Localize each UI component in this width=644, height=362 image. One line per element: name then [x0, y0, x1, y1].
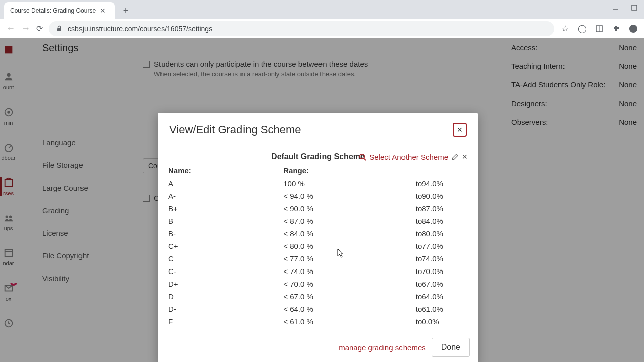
- grade-from: < 67.0 %: [283, 290, 375, 303]
- grade-row: C- < 74.0 % to 70.0%: [168, 265, 468, 278]
- svg-point-17: [360, 154, 364, 158]
- search-icon: [359, 153, 366, 161]
- grade-from: < 80.0 %: [283, 240, 375, 252]
- window-controls: [612, 4, 638, 11]
- url-input[interactable]: csbsju.instructure.com/courses/16057/set…: [49, 21, 554, 36]
- tab-strip: Course Details: Grading Course ✕ +: [0, 0, 644, 19]
- bookmark-icon[interactable]: [595, 24, 604, 33]
- grade-low: 70.0%: [422, 265, 468, 278]
- grade-from: < 70.0 %: [283, 278, 375, 290]
- grade-low: 87.0%: [422, 202, 468, 215]
- grade-to-word: to: [376, 227, 422, 240]
- grade-to-word: to: [376, 202, 422, 215]
- grade-low: 94.0%: [422, 177, 468, 190]
- grade-from: < 61.0 %: [283, 315, 375, 328]
- grade-to-word: to: [376, 278, 422, 290]
- grade-to-word: to: [376, 315, 422, 328]
- forward-icon: →: [21, 23, 30, 34]
- grade-row: D < 67.0 % to 64.0%: [168, 290, 468, 303]
- grade-name: B-: [168, 227, 283, 240]
- range-header: Range:: [283, 164, 375, 177]
- grade-low: 67.0%: [422, 278, 468, 290]
- grade-row: C+ < 80.0 % to 77.0%: [168, 240, 468, 252]
- grade-from: 100 %: [283, 177, 375, 190]
- grade-low: 77.0%: [422, 240, 468, 252]
- grade-from: < 64.0 %: [283, 303, 375, 315]
- lock-icon: [56, 25, 63, 32]
- reload-icon[interactable]: ⟳: [36, 24, 43, 33]
- modal-close-button[interactable]: ✕: [453, 123, 467, 137]
- grade-name: D: [168, 290, 283, 303]
- grade-name: C-: [168, 265, 283, 278]
- grade-to-word: to: [376, 177, 422, 190]
- extensions-icon[interactable]: [612, 24, 621, 33]
- grade-name: D+: [168, 278, 283, 290]
- grade-row: B+ < 90.0 % to 87.0%: [168, 202, 468, 215]
- svg-rect-1: [632, 5, 637, 10]
- select-another-scheme-link[interactable]: Select Another Scheme: [359, 153, 448, 161]
- grade-from: < 84.0 %: [283, 227, 375, 240]
- circle-icon[interactable]: ◯: [578, 24, 587, 33]
- edit-icon[interactable]: [451, 153, 459, 161]
- grade-to-word: to: [376, 265, 422, 278]
- grade-from: < 74.0 %: [283, 265, 375, 278]
- new-tab-button[interactable]: +: [119, 4, 133, 18]
- grade-low: 61.0%: [422, 303, 468, 315]
- tab-title: Course Details: Grading Course: [10, 7, 96, 14]
- grade-row: A 100 % to 94.0%: [168, 177, 468, 190]
- maximize-icon[interactable]: [631, 4, 638, 11]
- grade-row: B- < 84.0 % to 80.0%: [168, 227, 468, 240]
- grade-row: A- < 94.0 % to 90.0%: [168, 190, 468, 202]
- grade-low: 64.0%: [422, 290, 468, 303]
- clear-icon[interactable]: ✕: [462, 153, 468, 161]
- name-header: Name:: [168, 164, 283, 177]
- grade-name: B: [168, 215, 283, 227]
- done-button[interactable]: Done: [432, 338, 470, 357]
- grade-low: 90.0%: [422, 190, 468, 202]
- grading-scheme-modal: View/Edit Grading Scheme ✕ Default Gradi…: [158, 113, 478, 362]
- grade-low: 84.0%: [422, 215, 468, 227]
- minimize-icon[interactable]: [612, 4, 619, 11]
- address-bar: ← → ⟳ csbsju.instructure.com/courses/160…: [0, 19, 644, 38]
- grade-row: C < 77.0 % to 74.0%: [168, 252, 468, 265]
- grade-name: A: [168, 177, 283, 190]
- grade-to-word: to: [376, 290, 422, 303]
- grading-table: Name: Range: A 100 % to 94.0% A- < 94.0 …: [168, 164, 468, 328]
- browser-tab[interactable]: Course Details: Grading Course ✕: [4, 2, 115, 19]
- grade-row: B < 87.0 % to 84.0%: [168, 215, 468, 227]
- grade-name: D-: [168, 303, 283, 315]
- modal-title: View/Edit Grading Scheme: [169, 123, 301, 136]
- grade-low: 0.0%: [422, 315, 468, 328]
- grade-from: < 77.0 %: [283, 252, 375, 265]
- grade-low: 80.0%: [422, 227, 468, 240]
- grade-low: 74.0%: [422, 252, 468, 265]
- profile-icon[interactable]: [629, 24, 638, 33]
- svg-point-5: [629, 24, 637, 32]
- svg-line-18: [364, 158, 366, 160]
- grade-to-word: to: [376, 252, 422, 265]
- close-tab-icon[interactable]: ✕: [100, 7, 106, 15]
- grade-to-word: to: [376, 303, 422, 315]
- grade-to-word: to: [376, 190, 422, 202]
- grade-name: C+: [168, 240, 283, 252]
- grade-row: F < 61.0 % to 0.0%: [168, 315, 468, 328]
- grade-row: D- < 64.0 % to 61.0%: [168, 303, 468, 315]
- svg-rect-2: [57, 28, 61, 31]
- back-icon[interactable]: ←: [6, 23, 15, 34]
- grade-name: A-: [168, 190, 283, 202]
- grade-to-word: to: [376, 215, 422, 227]
- grade-name: C: [168, 252, 283, 265]
- grade-from: < 87.0 %: [283, 215, 375, 227]
- url-text: csbsju.instructure.com/courses/16057/set…: [68, 25, 212, 33]
- grade-name: F: [168, 315, 283, 328]
- scheme-name: Default Grading Scheme: [271, 152, 365, 161]
- grade-to-word: to: [376, 240, 422, 252]
- manage-schemes-link[interactable]: manage grading schemes: [339, 343, 426, 352]
- star-icon[interactable]: ☆: [560, 24, 570, 33]
- grade-row: D+ < 70.0 % to 67.0%: [168, 278, 468, 290]
- grade-from: < 94.0 %: [283, 190, 375, 202]
- grade-from: < 90.0 %: [283, 202, 375, 215]
- grade-name: B+: [168, 202, 283, 215]
